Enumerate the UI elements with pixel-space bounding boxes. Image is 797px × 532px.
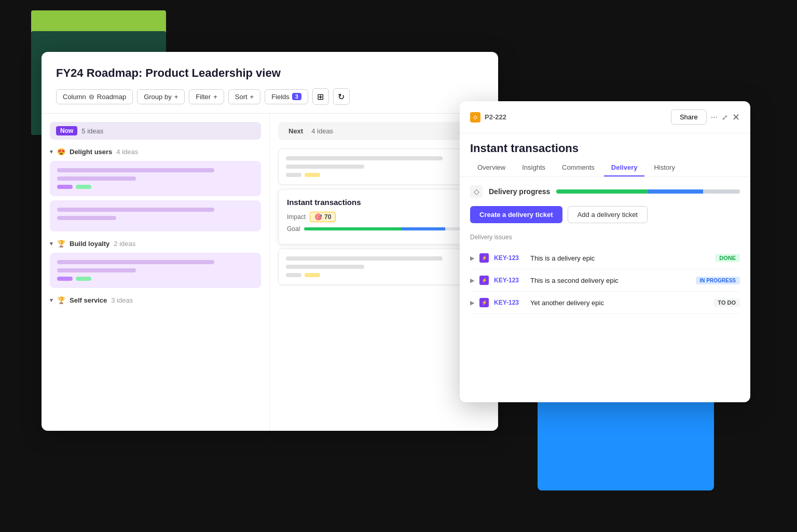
delivery-progress-label: Delivery progress [489, 187, 550, 196]
filter-label: Filter [196, 93, 211, 101]
now-column: Now 5 ideas ▾ 😍 Delight users 4 ideas [42, 114, 270, 431]
detail-panel-header: ◇ P2-222 Share ··· ⤢ ✕ [460, 101, 750, 133]
sort-plus-icon: + [250, 93, 254, 101]
refresh-icon-button[interactable]: ↻ [333, 88, 350, 105]
self-service-count: 3 ideas [111, 296, 133, 304]
sort-label: Sort [235, 93, 248, 101]
delight-users-group: ▾ 😍 Delight users 4 ideas [50, 148, 261, 231]
instant-transactions-card[interactable]: Instant transactions Impact 🎯 70 Goal [278, 189, 489, 244]
issue-expand-0[interactable]: ▶ [470, 255, 474, 262]
roadmap-title: FY24 Roadmap: Product Leadership view [56, 66, 484, 80]
next-card-1 [278, 148, 489, 185]
dp-gray-segment [703, 189, 740, 194]
card-badge-2b [76, 277, 91, 281]
next-badge-1b [305, 173, 320, 177]
more-options-icon[interactable]: ··· [711, 113, 718, 122]
layout-icon-button[interactable]: ⊞ [312, 88, 329, 105]
tab-insights[interactable]: Insights [515, 159, 553, 176]
sort-button[interactable]: Sort + [228, 89, 260, 104]
build-loyalty-label: Build loyalty [70, 240, 109, 248]
tab-overview[interactable]: Overview [470, 159, 513, 176]
issue-status-1: IN PROGRESS [696, 277, 740, 284]
build-loyalty-header: ▾ 🏆 Build loyalty 2 ideas [50, 240, 261, 248]
next-card-line-3 [286, 256, 443, 261]
self-service-chevron[interactable]: ▾ [50, 297, 53, 304]
next-badge-2a [286, 273, 301, 277]
issue-icon-0: ⚡ [479, 253, 489, 263]
column-button[interactable]: Column ⊖ Roadmap [56, 89, 133, 104]
issues-container: ▶ ⚡ KEY-123 This is a delivery epic DONE… [470, 247, 740, 314]
goal-label: Goal [287, 225, 300, 233]
issue-icon-2: ⚡ [479, 298, 489, 307]
build-loyalty-chevron[interactable]: ▾ [50, 240, 53, 247]
issue-expand-2[interactable]: ▶ [470, 299, 474, 306]
next-card-line-1 [286, 156, 443, 160]
card-line-1 [57, 168, 214, 172]
tab-delivery[interactable]: Delivery [604, 159, 645, 176]
dp-green-segment [556, 189, 648, 194]
fields-label: Fields [271, 93, 290, 101]
detail-tabs: Overview Insights Comments Delivery Hist… [460, 159, 750, 177]
delight-users-emoji: 😍 [57, 148, 65, 156]
detail-id: ◇ P2-222 [470, 112, 506, 122]
detail-title: Instant transactions [460, 133, 750, 159]
fields-button[interactable]: Fields 3 [265, 89, 308, 104]
card-badge-1a [57, 185, 73, 189]
add-delivery-ticket-button[interactable]: Add a delivery ticket [568, 206, 648, 223]
dp-blue-segment [648, 189, 703, 194]
filter-plus-icon: + [213, 93, 217, 101]
impact-value: 70 [324, 213, 331, 221]
roadmap-card: FY24 Roadmap: Product Leadership view Co… [42, 52, 498, 431]
goal-progress-bar [304, 227, 480, 230]
group-by-label: Group by [144, 93, 171, 101]
share-button[interactable]: Share [671, 110, 707, 125]
next-card-badges-1 [286, 173, 482, 177]
instant-impact-row: Impact 🎯 70 [287, 212, 480, 222]
card-badges-2 [57, 277, 254, 281]
self-service-header: ▾ 🏆 Self service 3 ideas [50, 296, 261, 304]
issue-name-0: This is a delivery epic [530, 254, 710, 262]
column-label: Column [63, 93, 86, 101]
instant-card-title: Instant transactions [287, 198, 480, 207]
issue-expand-1[interactable]: ▶ [470, 277, 474, 284]
expand-icon[interactable]: ⤢ [722, 113, 728, 121]
build-loyalty-group: ▾ 🏆 Build loyalty 2 ideas [50, 240, 261, 288]
column-value: Roadmap [97, 93, 126, 101]
card-badge-2a [57, 277, 73, 281]
group-by-button[interactable]: Group by + [137, 89, 185, 104]
delivery-progress-row: ◇ Delivery progress [470, 185, 740, 198]
delivery-progress-bar [556, 189, 740, 194]
delivery-issue-row: ▶ ⚡ KEY-123 This is a second delivery ep… [470, 269, 740, 292]
close-icon[interactable]: ✕ [732, 112, 740, 123]
refresh-icon: ↻ [338, 92, 345, 102]
next-card-badges-2 [286, 273, 482, 277]
delivery-issues-label: Delivery issues [470, 234, 740, 241]
now-tag: Now [56, 126, 77, 135]
delight-users-count: 4 ideas [116, 148, 138, 156]
card-badge-1b [76, 185, 91, 189]
layout-icon: ⊞ [317, 92, 324, 102]
next-card-line-2 [286, 165, 364, 169]
svg-marker-0 [332, 476, 340, 484]
tab-history[interactable]: History [647, 159, 682, 176]
issue-name-2: Yet another delivery epic [530, 299, 708, 307]
toolbar: Column ⊖ Roadmap Group by + Filter + Sor… [56, 88, 484, 105]
now-column-header: Now 5 ideas [50, 122, 261, 140]
filter-button[interactable]: Filter + [189, 89, 224, 104]
roadmap-header: FY24 Roadmap: Product Leadership view Co… [42, 52, 498, 114]
build-loyalty-count: 2 ideas [114, 240, 135, 248]
column-chevron-icon: ⊖ [89, 93, 94, 101]
delight-users-chevron[interactable]: ▾ [50, 148, 53, 155]
create-delivery-ticket-button[interactable]: Create a delivery ticket [470, 206, 562, 223]
issue-key-2: KEY-123 [494, 299, 525, 306]
card-badges-1 [57, 185, 254, 189]
self-service-label: Self service [70, 296, 107, 304]
detail-body: ◇ Delivery progress Create a delivery ti… [460, 177, 750, 402]
card-line-2 [57, 176, 136, 181]
goal-progress-blue [401, 227, 445, 230]
next-card-line-4 [286, 265, 364, 269]
delight-users-label: Delight users [70, 148, 112, 156]
impact-badge: 🎯 70 [310, 212, 336, 222]
tab-comments[interactable]: Comments [555, 159, 602, 176]
card-line-6 [57, 268, 136, 272]
